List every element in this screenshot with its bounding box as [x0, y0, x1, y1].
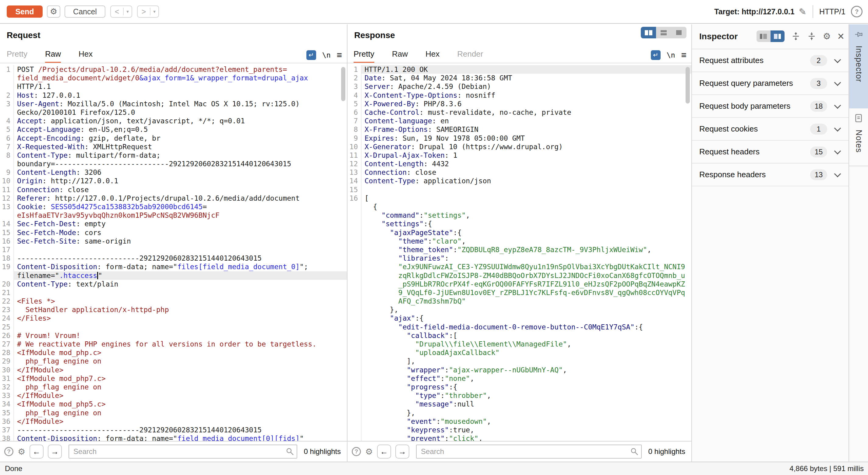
response-scrollbar[interactable] [686, 67, 690, 103]
line-number: 8 [0, 151, 14, 160]
tab-request-hex[interactable]: Hex [79, 49, 93, 63]
code-line: "edit-field-media-document-0-remove-butt… [347, 323, 691, 331]
dock-right-button[interactable] [771, 30, 784, 42]
request-search-input[interactable] [68, 445, 297, 458]
chevron-down-icon [834, 56, 841, 63]
code-line: 9Content-Length: 3206 [0, 168, 347, 177]
line-number [347, 374, 362, 383]
search-next-button[interactable]: → [48, 445, 62, 458]
code-line: 17 [0, 245, 347, 254]
word-wrap-toggle-icon[interactable]: ↵ [306, 50, 316, 60]
inspector-section-request-body-parameters[interactable]: Request body parameters 18 [692, 95, 848, 118]
code-line: "libraries": [347, 254, 691, 262]
help-icon[interactable]: ? [851, 6, 863, 18]
inspector-section-response-headers[interactable]: Response headers 13 [692, 163, 848, 186]
tab-request-raw[interactable]: Raw [45, 49, 61, 63]
code-line: 12Content-Length: 4432 [347, 160, 691, 168]
code-line: 26# Vroum! Vroum! [0, 331, 347, 340]
tab-inspector[interactable]: Inspector [849, 24, 868, 108]
code-line: "event":"mousedown", [347, 417, 691, 426]
request-highlights-count: 0 highlights [304, 447, 341, 456]
line-number [347, 348, 362, 357]
collapse-all-icon[interactable] [807, 32, 816, 41]
line-number: 31 [0, 374, 14, 383]
search-help-icon[interactable]: ? [4, 447, 13, 456]
response-search-input[interactable] [416, 445, 642, 458]
tab-response-render[interactable]: Render [457, 49, 483, 63]
tab-notes[interactable]: Notes [849, 108, 868, 166]
count-badge: 1 [810, 124, 827, 135]
inspector-settings-icon[interactable]: ⚙ [823, 31, 831, 41]
inspector-section-request-headers[interactable]: Request headers 15 [692, 141, 848, 163]
line-number [347, 400, 362, 408]
edit-target-icon[interactable]: ✎ [799, 6, 806, 17]
line-number: 33 [0, 391, 14, 400]
layout-columns-button[interactable] [641, 27, 656, 38]
search-previous-button[interactable]: ← [30, 445, 43, 458]
search-help-icon[interactable]: ? [352, 447, 361, 456]
inspector-section-request-attributes[interactable]: Request attributes 2 [692, 49, 848, 72]
show-newlines-toggle[interactable]: \n [667, 51, 675, 59]
request-tabs: Pretty Raw Hex [7, 49, 93, 63]
close-icon[interactable]: × [838, 30, 844, 42]
cancel-button[interactable]: Cancel [65, 5, 105, 18]
search-settings-icon[interactable]: ⚙ [18, 447, 25, 457]
chevron-down-icon[interactable]: ▾ [151, 6, 158, 17]
layout-rows-button[interactable] [656, 27, 671, 38]
line-number [347, 340, 362, 348]
tab-response-hex[interactable]: Hex [426, 49, 439, 63]
dock-left-button[interactable] [756, 30, 771, 42]
search-previous-button[interactable]: ← [377, 445, 391, 458]
tab-response-raw[interactable]: Raw [392, 49, 408, 63]
code-line: 11Connection: close [0, 185, 347, 194]
search-icon [286, 447, 294, 456]
editor-menu-icon[interactable]: ≡ [337, 50, 342, 60]
response-editor[interactable]: 1HTTP/1.1 200 OK2Date: Sat, 04 May 2024 … [347, 63, 691, 441]
show-newlines-toggle[interactable]: \n [322, 51, 331, 59]
pin-icon[interactable] [854, 30, 863, 39]
tab-request-pretty[interactable]: Pretty [7, 49, 27, 63]
inspector-section-request-cookies[interactable]: Request cookies 1 [692, 118, 848, 141]
next-request-button[interactable]: > ▾ [137, 5, 159, 18]
line-number: 27 [0, 340, 14, 348]
code-line: 37-----------------------------292129206… [0, 426, 347, 434]
code-line: "ajax":{ [347, 314, 691, 322]
line-number: 18 [0, 254, 14, 262]
line-number [347, 409, 362, 417]
search-next-button[interactable]: → [395, 445, 409, 458]
code-line: 24</Files> [0, 314, 347, 322]
line-number [0, 108, 14, 117]
previous-request-button[interactable]: < ▾ [110, 5, 132, 18]
line-number: 32 [0, 383, 14, 391]
layout-single-button[interactable] [671, 27, 686, 38]
send-button[interactable]: Send [7, 5, 43, 18]
line-number [347, 366, 362, 374]
chevron-down-icon [834, 102, 841, 109]
code-line: 6Cache-Control: must-revalidate, no-cach… [347, 108, 691, 117]
code-line: 9_VQqLf0-JjUEwn8U1ov0EY_rZPBLJ1Yc7KLFsfq… [347, 288, 691, 297]
code-line: 23 SetHandler application/x-httpd-php [0, 306, 347, 314]
word-wrap-toggle-icon[interactable]: ↵ [651, 50, 660, 60]
tab-response-pretty[interactable]: Pretty [353, 49, 374, 63]
code-line: 5Accept-Language: en-US,en;q=0.5 [0, 125, 347, 134]
line-number: 23 [0, 306, 14, 314]
line-number [347, 417, 362, 426]
chevron-down-icon[interactable]: ▾ [124, 6, 131, 17]
request-settings-button[interactable]: ⚙ [47, 5, 60, 18]
code-line: 18-----------------------------292129206… [0, 254, 347, 262]
code-line: 19Content-Disposition: form-data; name="… [0, 262, 347, 271]
line-number [347, 254, 362, 262]
code-line: 28<IfModule mod_php.c> [0, 348, 347, 357]
http-version-selector[interactable]: HTTP/1 [819, 7, 845, 16]
code-line: field_media_document/widget/0&ajax_form=… [0, 74, 347, 82]
request-editor[interactable]: 1POST /Projects/drupal-10.2.6/media/add/… [0, 63, 347, 441]
code-line: 11X-Drupal-Ajax-Token: 1 [347, 151, 691, 160]
editor-menu-icon[interactable]: ≡ [681, 50, 686, 60]
line-number: 17 [0, 245, 14, 254]
search-settings-icon[interactable]: ⚙ [365, 447, 373, 457]
chevron-down-icon [834, 125, 841, 131]
request-search-bar: ? ⚙ ← → 0 highlights [0, 441, 347, 462]
inspector-section-request-query-parameters[interactable]: Request query parameters 3 [692, 72, 848, 95]
request-scrollbar[interactable] [341, 67, 345, 101]
expand-all-icon[interactable] [791, 32, 800, 41]
